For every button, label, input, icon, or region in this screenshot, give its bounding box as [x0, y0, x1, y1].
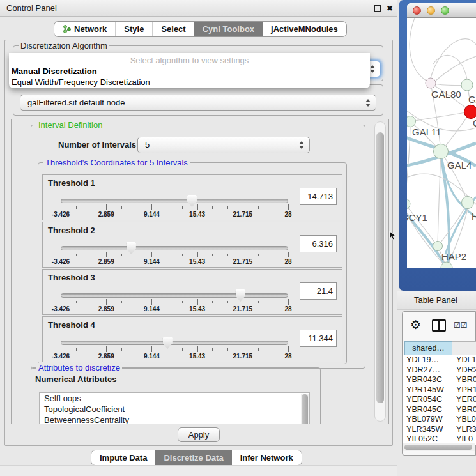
table-cell[interactable]: YBL079W	[406, 415, 443, 425]
table-cell[interactable]: YBL0	[456, 415, 476, 425]
slider-tick-label: 28	[284, 258, 291, 265]
tab-jactivemnodules[interactable]: jActiveMNodules	[263, 22, 346, 36]
gear-icon[interactable]: ⚙	[410, 318, 421, 332]
slider-tick	[121, 254, 122, 256]
table-data-group: Table Data galFiltered.sif default node	[13, 84, 383, 116]
table-panel-titlebar: Table Panel	[397, 291, 476, 310]
table-cell[interactable]: YBR0	[456, 375, 476, 385]
numerical-attributes-list[interactable]: SelfLoopsTopologicalCoefficientBetweenne…	[39, 392, 310, 424]
column-header-shared-name[interactable]: shared…	[404, 341, 452, 355]
slider-tick	[76, 348, 77, 351]
threshold-1-value-field[interactable]: 14.713	[300, 188, 337, 205]
tab-cyni-toolbox[interactable]: Cyni Toolbox	[194, 22, 263, 36]
slider-ticks	[61, 346, 288, 353]
network-node-label: GAL80	[431, 89, 461, 100]
tab-style[interactable]: Style	[115, 22, 152, 36]
table-row[interactable]: YLR345WYLR3	[403, 425, 476, 435]
horizontal-scrollbar-thumb[interactable]	[404, 445, 472, 450]
slider-tick-label: 28	[284, 353, 291, 360]
table-cell[interactable]: YDR27…	[406, 365, 440, 376]
network-window-titlebar[interactable]	[407, 3, 476, 18]
slider-tick	[137, 206, 137, 209]
slider-tick	[212, 206, 213, 209]
network-node-label: C	[473, 118, 476, 128]
threshold-2-slider[interactable]: -3.4262.8599.14415.4321.71528	[61, 222, 288, 268]
threshold-1-slider[interactable]: -3.4262.8599.14415.4321.71528	[61, 175, 288, 221]
vertical-scrollbar-thumb[interactable]	[376, 132, 384, 403]
table-cell[interactable]: YBR0	[456, 405, 476, 415]
threshold-2-value-field[interactable]: 6.316	[300, 235, 337, 252]
threshold-3-slider[interactable]: -3.4262.8599.14415.4321.71528	[61, 270, 288, 316]
close-traffic-light-icon[interactable]	[413, 6, 421, 15]
number-of-intervals-combobox[interactable]: 5	[137, 137, 310, 153]
close-icon[interactable]: ✖	[385, 3, 395, 14]
table-cell[interactable]: YBR043C	[406, 375, 442, 385]
table-cell[interactable]: YPR145W	[406, 385, 444, 395]
slider-tick	[258, 254, 259, 256]
attribute-list-item[interactable]: TopologicalCoefficient	[40, 404, 309, 415]
zoom-traffic-light-icon[interactable]	[441, 6, 449, 15]
bottom-strip	[0, 465, 397, 476]
list-scrollbar[interactable]	[301, 394, 309, 424]
table-row[interactable]: YBR045CYBR0	[403, 405, 476, 415]
table-row[interactable]: YBL079WYBL0	[403, 415, 476, 425]
table-cell[interactable]: YDL1	[456, 355, 476, 365]
combo-arrows-icon	[369, 65, 374, 73]
table-data-combobox[interactable]: galFiltered.sif default node	[20, 95, 376, 111]
apply-button[interactable]: Apply	[178, 427, 220, 442]
table-cell[interactable]: YLR3	[456, 425, 476, 435]
float-window-icon[interactable]	[374, 5, 381, 12]
vertical-scrollbar[interactable]	[374, 121, 386, 422]
list-scrollbar-thumb[interactable]	[302, 394, 308, 424]
minimize-traffic-light-icon[interactable]	[427, 6, 435, 15]
tab-impute-data-label: Impute Data	[100, 450, 147, 465]
select-columns-checkboxes-icon[interactable]: ☑☑	[454, 321, 468, 330]
table-cell[interactable]: YDL19…	[406, 355, 439, 365]
columns-icon[interactable]	[432, 319, 446, 332]
tab-infer-network[interactable]: Infer Network	[232, 450, 302, 465]
table-cell[interactable]: YER0	[456, 395, 476, 405]
threshold-4-slider[interactable]: -3.4262.8599.14415.4321.71528	[61, 317, 288, 363]
column-header-name[interactable]: name	[452, 341, 476, 355]
slider-tick	[197, 346, 198, 352]
tab-network[interactable]: Network	[54, 22, 115, 36]
slider-tick	[61, 299, 61, 305]
slider-track[interactable]	[61, 293, 288, 298]
table-data-combobox-value: galFiltered.sif default node	[27, 98, 125, 107]
slider-tick	[273, 301, 273, 303]
table-cell[interactable]: YBR045C	[406, 405, 442, 415]
tab-network-label: Network	[74, 22, 107, 36]
threshold-4-value-field[interactable]: 11.344	[300, 330, 337, 347]
network-view-frame[interactable]: GAL80GACGAL11GAL4GCY1HHAP2	[399, 0, 476, 291]
table-row[interactable]: YDL19…YDL1	[403, 355, 476, 365]
tab-discretize-data[interactable]: Discretize Data	[155, 450, 231, 465]
slider-tick	[212, 348, 213, 351]
table-cell[interactable]: YDR2	[456, 365, 476, 376]
slider-tick-label: 21.715	[233, 305, 253, 312]
table-row[interactable]: YER054CYER0	[403, 395, 476, 405]
table-row[interactable]: YDR27…YDR2	[403, 365, 476, 376]
table-cell[interactable]: YER054C	[406, 395, 442, 405]
table-rows: YDL19…YDL1YDR27…YDR2YBR043CYBR0YPR145WYP…	[403, 355, 476, 445]
network-node-label: GAL11	[412, 127, 441, 137]
slider-track[interactable]	[61, 246, 288, 250]
network-canvas[interactable]: GAL80GACGAL11GAL4GCY1HHAP2	[407, 18, 476, 268]
table-cell[interactable]: YLR345W	[406, 425, 443, 435]
dropdown-option-equal-width[interactable]: Equal Width/Frequency Discretization	[9, 77, 370, 88]
attribute-list-item[interactable]: BetweennessCentrality	[40, 415, 309, 424]
slider-tick	[288, 299, 289, 305]
algorithm-dropdown-popup: Select algorithm to view settings Manual…	[9, 53, 370, 88]
attribute-list-item[interactable]: SelfLoops	[40, 393, 309, 404]
tab-impute-data[interactable]: Impute Data	[91, 450, 155, 465]
tab-select[interactable]: Select	[152, 22, 194, 36]
table-cell[interactable]: YPR1	[456, 385, 476, 395]
horizontal-scrollbar[interactable]	[403, 443, 475, 451]
slider-tick	[91, 206, 91, 209]
threshold-3-value-field[interactable]: 21.4	[300, 282, 337, 300]
table-row[interactable]: YBR043CYBR0	[403, 375, 476, 385]
slider-tick-label: 15.43	[189, 211, 205, 218]
slider-track[interactable]	[61, 199, 288, 203]
table-row[interactable]: YPR145WYPR1	[403, 385, 476, 395]
slider-track[interactable]	[61, 341, 288, 345]
dropdown-option-manual[interactable]: Manual Discretization	[9, 66, 370, 77]
